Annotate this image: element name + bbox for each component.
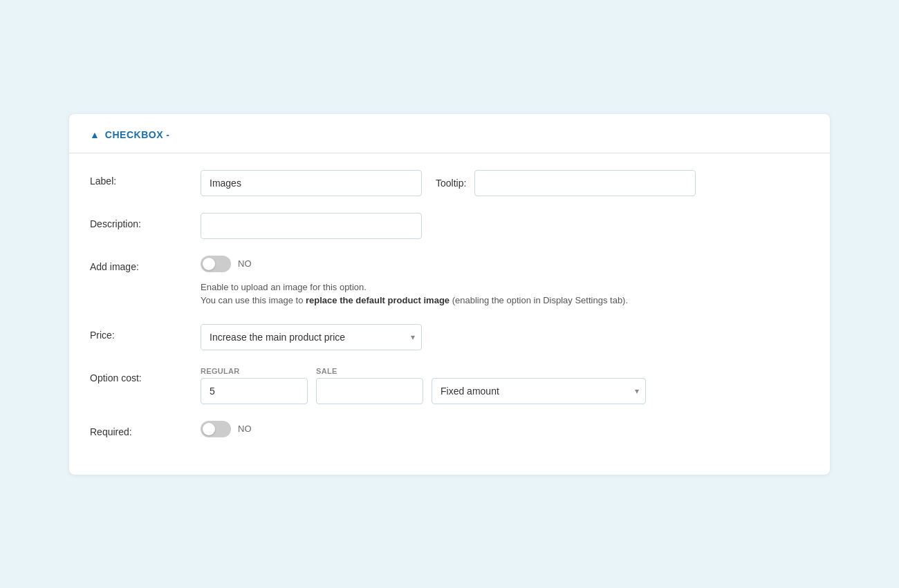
label-tooltip-row: Label: Tooltip: (90, 170, 809, 196)
required-field-label: Required: (90, 421, 201, 437)
description-row: Description: (90, 213, 809, 239)
add-image-label: Add image: (90, 256, 201, 272)
sale-input-group: SALE (316, 367, 423, 404)
regular-input-group: REGULAR (201, 367, 308, 404)
description-input[interactable] (201, 213, 422, 239)
price-field-label: Price: (90, 324, 201, 341)
required-toggle[interactable] (201, 421, 231, 437)
tooltip-field-label: Tooltip: (436, 178, 466, 189)
cost-type-select-wrapper: Fixed amount Percentage ▾ (432, 378, 646, 404)
section-title: CHECKBOX - (105, 129, 170, 140)
option-cost-row: Option cost: REGULAR SALE Fixed amount P… (90, 367, 809, 404)
sale-cost-input[interactable] (316, 378, 423, 404)
label-tooltip-controls: Tooltip: (201, 170, 809, 196)
add-image-toggle-state: NO (238, 258, 252, 269)
price-row: Price: Increase the main product price D… (90, 324, 809, 350)
price-select[interactable]: Increase the main product price Decrease… (201, 324, 422, 350)
sale-sublabel: SALE (316, 367, 423, 375)
label-field-label: Label: (90, 170, 201, 187)
price-controls: Increase the main product price Decrease… (201, 324, 809, 350)
label-input[interactable] (201, 170, 422, 196)
price-select-wrapper: Increase the main product price Decrease… (201, 324, 422, 350)
required-toggle-state: NO (238, 424, 252, 434)
description-controls (201, 213, 809, 239)
divider (69, 153, 830, 153)
required-toggle-knob (203, 423, 215, 435)
image-help-text: Enable to upload an image for this optio… (201, 281, 628, 307)
regular-sublabel: REGULAR (201, 367, 308, 375)
cost-type-select[interactable]: Fixed amount Percentage (432, 378, 646, 404)
add-image-toggle-row: NO (201, 256, 628, 272)
option-cost-label: Option cost: (90, 367, 201, 383)
regular-cost-input[interactable] (201, 378, 308, 404)
add-image-row: Add image: NO Enable to upload an image … (90, 256, 809, 307)
required-row: Required: NO (90, 421, 809, 437)
section-header: ▲ CHECKBOX - (69, 114, 830, 153)
main-card: ▲ CHECKBOX - Label: Tooltip: Description… (69, 114, 830, 475)
collapse-icon[interactable]: ▲ (90, 129, 100, 140)
tooltip-group: Tooltip: (436, 170, 696, 196)
add-image-toggle[interactable] (201, 256, 231, 272)
description-field-label: Description: (90, 213, 201, 229)
option-cost-controls: REGULAR SALE Fixed amount Percentage ▾ (201, 367, 646, 404)
add-image-section: NO Enable to upload an image for this op… (201, 256, 628, 307)
tooltip-input[interactable] (474, 170, 696, 196)
toggle-knob (203, 258, 215, 270)
required-toggle-row: NO (201, 421, 252, 437)
form-body: Label: Tooltip: Description: Add image: (69, 170, 830, 437)
